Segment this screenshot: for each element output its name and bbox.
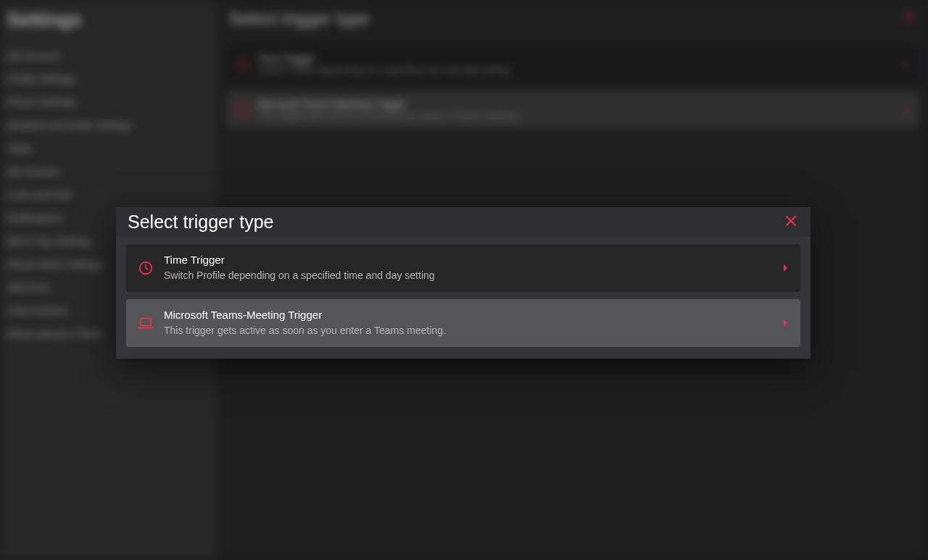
option-title: Time Trigger: [164, 253, 773, 267]
close-icon: [902, 10, 915, 23]
sidebar-item: Headset and Audio Settings: [7, 114, 210, 137]
laptop-icon: [138, 315, 154, 331]
modal-header: Select trigger type: [116, 207, 811, 237]
modal-close-button[interactable]: [783, 214, 799, 230]
modal-title: Select trigger type: [128, 212, 274, 233]
clock-icon: [236, 58, 249, 71]
chevron-right-icon: ▶: [903, 60, 909, 68]
laptop-icon: [236, 104, 249, 117]
svg-rect-1: [141, 318, 152, 325]
select-trigger-modal: Select trigger type Time Trigger Switch …: [116, 207, 811, 359]
sidebar-item: Look and Feel: [7, 183, 210, 206]
sidebar-item: Phone Settings: [7, 91, 210, 114]
clock-icon: [138, 260, 154, 276]
bg-trigger-option: Microsoft Teams-Meeting Trigger This tri…: [226, 91, 919, 128]
chevron-right-icon: [783, 319, 789, 327]
chevron-right-icon: [783, 264, 789, 272]
modal-body: Time Trigger Switch Profile depending on…: [116, 237, 811, 359]
option-description: Switch Profile depending on a specified …: [164, 269, 773, 283]
divider: [226, 36, 919, 37]
close-icon: [785, 215, 797, 230]
sidebar-item: Profile Settings: [7, 67, 210, 91]
trigger-option-time[interactable]: Time Trigger Switch Profile depending on…: [126, 244, 800, 292]
sidebar-item: My Account: [7, 44, 210, 67]
option-description: This trigger gets active as soon as you …: [164, 324, 773, 338]
option-labels: Time Trigger Switch Profile depending on…: [164, 253, 773, 283]
sidebar-item: My Devices: [7, 160, 210, 183]
option-title: Microsoft Teams-Meeting Trigger: [164, 308, 773, 322]
settings-title: Settings: [7, 9, 210, 31]
bg-trigger-option: Time Trigger Switch Profile depending on…: [226, 46, 919, 83]
sidebar-item: Video: [7, 137, 210, 160]
chevron-right-icon: ▶: [903, 106, 909, 114]
option-labels: Microsoft Teams-Meeting Trigger This tri…: [164, 308, 773, 338]
trigger-option-teams-meeting[interactable]: Microsoft Teams-Meeting Trigger This tri…: [126, 299, 800, 347]
bg-panel-title: Select trigger type: [226, 0, 919, 36]
